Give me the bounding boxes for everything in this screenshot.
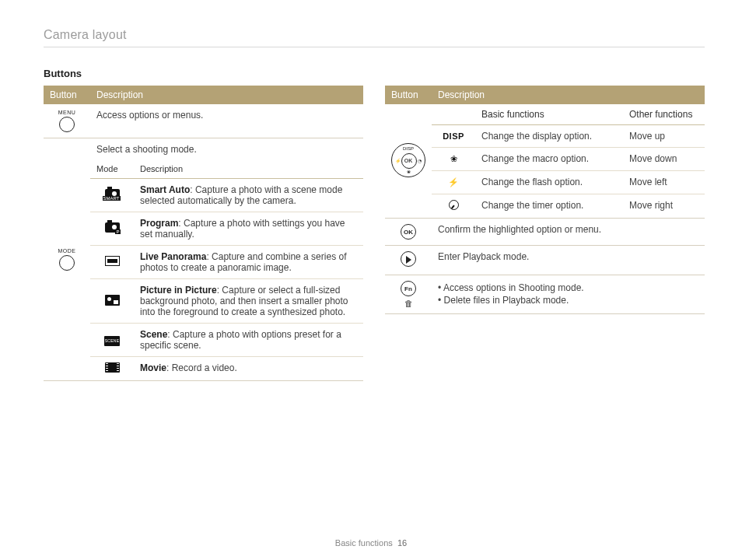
menu-button-icon-cell: MENU — [44, 104, 90, 138]
row-menu: MENU Access options or menus. — [44, 104, 363, 138]
pip-icon — [90, 279, 134, 324]
play-desc: Enter Playback mode. — [432, 246, 705, 275]
movie-icon — [90, 357, 134, 381]
disp-basic: Change the display option. — [475, 125, 623, 148]
mode-row-movie: Movie: Record a video. — [90, 357, 363, 381]
smart-auto-desc: Smart Auto: Capture a photo with a scene… — [134, 179, 363, 212]
mode-button-icon-cell: MODE — [44, 138, 90, 381]
pip-desc: Picture in Picture: Capture or select a … — [134, 279, 363, 324]
dpad-row-disp: DISP Change the display option. Move up — [432, 125, 705, 148]
hdr-basic: Basic functions — [475, 104, 623, 125]
footer-page: 16 — [397, 538, 407, 548]
row-play: Enter Playback mode. — [385, 246, 705, 275]
section-buttons-title: Buttons — [44, 68, 705, 79]
macro-icon: ❀ — [432, 148, 475, 171]
hdr-description: Description — [90, 86, 363, 104]
dpad-icon-cell: DISP ❀ ⚡ ◔ OK — [385, 104, 432, 219]
flash-other: Move left — [623, 171, 705, 194]
mode-intro: Select a shooting mode. — [90, 138, 363, 159]
fn-list: Access options in Shooting mode. Delete … — [438, 282, 698, 306]
movie-desc: Movie: Record a video. — [134, 357, 363, 381]
macro-basic: Change the macro option. — [475, 148, 623, 171]
mode-hdr-desc: Description — [134, 159, 363, 179]
left-table-header: Button Description — [44, 86, 363, 104]
play-icon-cell — [385, 246, 432, 275]
mode-row-smart-auto: SMART Smart Auto: Capture a photo with a… — [90, 179, 363, 212]
mode-row-scene: SCENE Scene: Capture a photo with option… — [90, 324, 363, 357]
mode-button-icon — [59, 255, 75, 271]
macro-other: Move down — [623, 148, 705, 171]
disp-icon: DISP — [432, 125, 475, 148]
hdr-description-r: Description — [432, 86, 705, 104]
fn-icon-cell: Fn 🗑 — [385, 275, 432, 314]
mode-hdr-mode: Mode — [90, 159, 134, 179]
panorama-desc: Live Panorama: Capture and combine a ser… — [134, 246, 363, 279]
mode-desc-cell: Select a shooting mode. Mode Description… — [90, 138, 363, 381]
row-mode: MODE Select a shooting mode. Mode Descri… — [44, 138, 363, 381]
flash-basic: Change the flash option. — [475, 171, 623, 194]
page-footer: Basic functions 16 — [0, 538, 742, 548]
fn-desc: Access options in Shooting mode. Delete … — [432, 275, 705, 314]
page-title: Camera layout — [44, 28, 705, 47]
fn-icon: Fn — [401, 281, 416, 296]
ok-desc: Confirm the highlighted option or menu. — [432, 219, 705, 246]
dpad-table: Basic functions Other functions DISP Cha… — [432, 104, 705, 218]
footer-section: Basic functions — [335, 538, 393, 548]
disp-other: Move up — [623, 125, 705, 148]
left-column: Button Description MENU Access options o… — [44, 86, 363, 381]
right-column: Button Description DISP ❀ ⚡ ◔ OK — [385, 86, 705, 381]
ok-icon-cell: OK — [385, 219, 432, 246]
fn-item-0: Access options in Shooting mode. — [438, 282, 698, 293]
ok-icon: OK — [401, 224, 416, 240]
menu-button-icon — [59, 117, 75, 132]
hdr-button-r: Button — [385, 86, 432, 104]
menu-desc: Access options or menus. — [90, 104, 363, 138]
trash-icon: 🗑 — [391, 299, 425, 308]
dpad-desc-cell: Basic functions Other functions DISP Cha… — [432, 104, 705, 219]
play-icon — [401, 251, 416, 267]
hdr-button: Button — [44, 86, 90, 104]
dpad-icon: DISP ❀ ⚡ ◔ OK — [391, 143, 425, 177]
mode-row-program: P Program: Capture a photo with settings… — [90, 212, 363, 246]
mode-row-panorama: Live Panorama: Capture and combine a ser… — [90, 246, 363, 279]
row-fn: Fn 🗑 Access options in Shooting mode. De… — [385, 275, 705, 314]
scene-icon: SCENE — [90, 324, 134, 357]
mode-icon-label: MODE — [50, 248, 84, 254]
content-columns: Button Description MENU Access options o… — [44, 86, 705, 381]
dpad-sub-header: Basic functions Other functions — [432, 104, 705, 125]
fn-item-1: Delete files in Playback mode. — [438, 295, 698, 306]
smart-auto-icon: SMART — [90, 179, 134, 212]
panorama-icon — [90, 246, 134, 279]
timer-basic: Change the timer option. — [475, 194, 623, 219]
mode-table-header: Mode Description — [90, 159, 363, 179]
right-table-header: Button Description — [385, 86, 705, 104]
right-table: Button Description DISP ❀ ⚡ ◔ OK — [385, 86, 705, 314]
scene-desc: Scene: Capture a photo with options pres… — [134, 324, 363, 357]
mode-table: Mode Description SMART Smart Auto: Captu… — [90, 159, 363, 380]
timer-other: Move right — [623, 194, 705, 219]
hdr-other: Other functions — [623, 104, 705, 125]
menu-icon-label: MENU — [50, 110, 84, 115]
dpad-row-macro: ❀ Change the macro option. Move down — [432, 148, 705, 171]
dpad-row-timer: Change the timer option. Move right — [432, 194, 705, 219]
timer-icon — [432, 194, 475, 219]
dpad-row-flash: ⚡ Change the flash option. Move left — [432, 171, 705, 194]
left-table: Button Description MENU Access options o… — [44, 86, 363, 381]
row-ok: OK Confirm the highlighted option or men… — [385, 219, 705, 246]
row-dpad: DISP ❀ ⚡ ◔ OK Basic functions Other func… — [385, 104, 705, 219]
program-desc: Program: Capture a photo with settings y… — [134, 212, 363, 246]
mode-row-pip: Picture in Picture: Capture or select a … — [90, 279, 363, 324]
program-icon: P — [90, 212, 134, 246]
flash-icon: ⚡ — [432, 171, 475, 194]
